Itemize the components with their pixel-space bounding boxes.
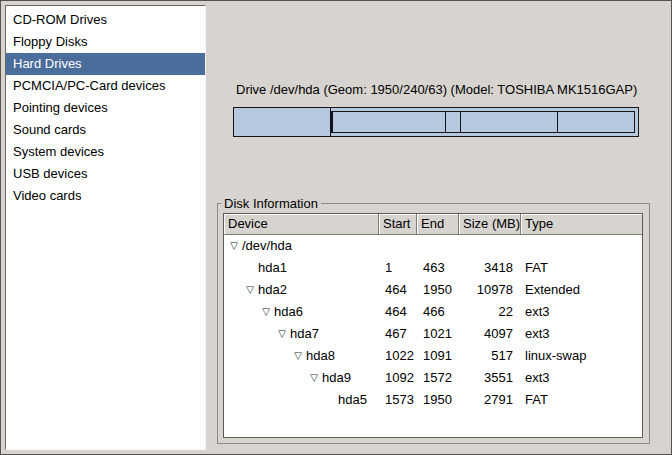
end-cell: 466 [417,301,459,323]
size-cell: 4097 [459,323,521,345]
sidebar-item-pointing-devices[interactable]: Pointing devices [6,97,205,119]
start-cell [379,235,417,257]
device-cell: ▽hda7 [224,323,379,345]
table-row-hda7[interactable]: ▽hda746710214097ext3 [224,323,642,345]
table-row-hda6[interactable]: ▽hda646446622ext3 [224,301,642,323]
sidebar-item-video-cards[interactable]: Video cards [6,185,205,207]
table-row-dev-hda[interactable]: ▽/dev/hda [224,235,642,257]
sidebar-item-cd-rom-drives[interactable]: CD-ROM Drives [6,9,205,31]
size-cell: 2791 [459,389,521,411]
device-cell: ▽hda8 [224,345,379,367]
partition-segment-hda7 [333,112,445,132]
disk-information-label: Disk Information [221,196,321,211]
device-label: hda7 [290,323,319,345]
start-cell: 464 [379,279,417,301]
table-row-hda8[interactable]: ▽hda810221091517linux-swap [224,345,642,367]
expander-open-icon[interactable]: ▽ [274,323,290,345]
type-cell: ext3 [521,301,642,323]
size-cell: 3418 [459,257,521,279]
start-cell: 1 [379,257,417,279]
start-cell: 467 [379,323,417,345]
disk-table: DeviceStartEndSize (MB)Type ▽/dev/hdahda… [223,213,643,438]
table-row-hda2[interactable]: ▽hda2464195010978Extended [224,279,642,301]
sidebar-item-hard-drives[interactable]: Hard Drives [6,53,205,75]
device-label: hda9 [322,367,351,389]
device-category-list: CD-ROM DrivesFloppy DisksHard DrivesPCMC… [5,5,206,450]
expander-open-icon[interactable]: ▽ [258,301,274,323]
start-cell: 1092 [379,367,417,389]
hardware-browser-window: CD-ROM DrivesFloppy DisksHard DrivesPCMC… [0,0,672,455]
expander-open-icon[interactable]: ▽ [306,367,322,389]
column-header-device[interactable]: Device [224,214,379,235]
sidebar-item-pcmcia-pc-card-devices[interactable]: PCMCIA/PC-Card devices [6,75,205,97]
expander-open-icon[interactable]: ▽ [290,345,306,367]
type-cell: ext3 [521,367,642,389]
disk-table-header: DeviceStartEndSize (MB)Type [224,214,642,235]
device-cell: ▽/dev/hda [224,235,379,257]
device-cell: ▽hda9 [224,367,379,389]
partition-segment-hda5 [558,112,634,132]
device-label: hda2 [258,279,287,301]
extended-partition-box [331,111,635,133]
table-row-hda9[interactable]: ▽hda9109215723551ext3 [224,367,642,389]
device-cell: hda5 [224,389,379,411]
column-header-end[interactable]: End [417,214,459,235]
type-cell: linux-swap [521,345,642,367]
end-cell: 1950 [417,279,459,301]
end-cell [417,235,459,257]
column-header-type[interactable]: Type [521,214,642,235]
size-cell: 517 [459,345,521,367]
end-cell: 1572 [417,367,459,389]
table-row-hda5[interactable]: hda5157319502791FAT [224,389,642,411]
end-cell: 1021 [417,323,459,345]
type-cell: ext3 [521,323,642,345]
end-cell: 1091 [417,345,459,367]
type-cell: FAT [521,389,642,411]
sidebar-item-usb-devices[interactable]: USB devices [6,163,205,185]
end-cell: 1950 [417,389,459,411]
size-cell: 10978 [459,279,521,301]
partition-bar [233,107,639,137]
device-cell: ▽hda6 [224,301,379,323]
size-cell: 22 [459,301,521,323]
start-cell: 1022 [379,345,417,367]
device-cell: ▽hda2 [224,279,379,301]
size-cell: 3551 [459,367,521,389]
expander-open-icon[interactable]: ▽ [242,279,258,301]
start-cell: 464 [379,301,417,323]
type-cell [521,235,642,257]
sidebar-item-system-devices[interactable]: System devices [6,141,205,163]
partition-segment-hda8 [446,112,461,132]
sidebar-item-floppy-disks[interactable]: Floppy Disks [6,31,205,53]
device-label: hda5 [338,389,367,411]
column-header-start[interactable]: Start [379,214,417,235]
expander-open-icon[interactable]: ▽ [226,235,242,257]
disk-table-body: ▽/dev/hdahda114633418FAT▽hda246419501097… [224,235,642,411]
type-cell: FAT [521,257,642,279]
drive-title: Drive /dev/hda (Geom: 1950/240/63) (Mode… [236,82,637,97]
start-cell: 1573 [379,389,417,411]
column-header-size-mb[interactable]: Size (MB) [459,214,521,235]
end-cell: 463 [417,257,459,279]
partition-segment-hda9 [461,112,559,132]
device-label: hda6 [274,301,303,323]
type-cell: Extended [521,279,642,301]
table-row-hda1[interactable]: hda114633418FAT [224,257,642,279]
device-cell: hda1 [224,257,379,279]
device-label: hda8 [306,345,335,367]
device-label: hda1 [258,257,287,279]
partition-segment-hda2 [331,108,638,136]
device-label: /dev/hda [242,235,292,257]
partition-segment-hda1 [234,108,331,136]
size-cell [459,235,521,257]
disk-information-frame: DeviceStartEndSize (MB)Type ▽/dev/hdahda… [217,203,650,444]
sidebar-item-sound-cards[interactable]: Sound cards [6,119,205,141]
